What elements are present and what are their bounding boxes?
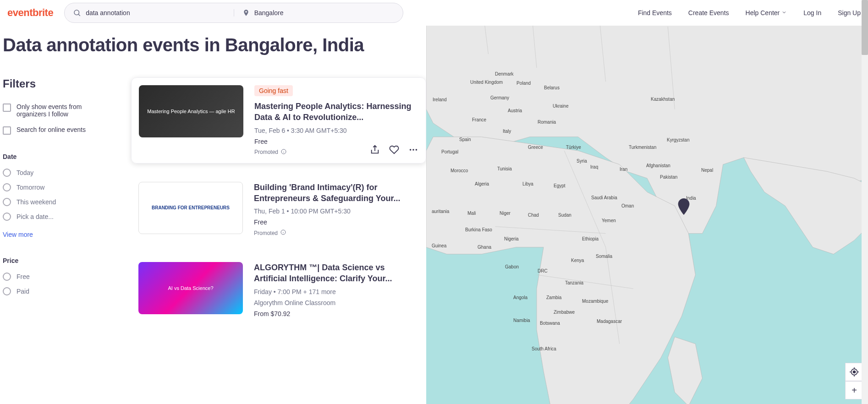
nav-signup[interactable]: Sign Up xyxy=(838,9,861,16)
event-title: Mastering People Analytics: Harnessing D… xyxy=(254,101,418,123)
radio-icon xyxy=(3,287,11,295)
svg-point-14 xyxy=(853,371,856,373)
nav-help-center[interactable]: Help Center xyxy=(746,9,787,16)
event-promoted-label: Promoted xyxy=(254,230,278,236)
search-icon xyxy=(73,9,81,17)
event-card[interactable]: Mastering People Analytics — agile HR Go… xyxy=(131,77,426,164)
radio-icon xyxy=(3,213,11,221)
checkbox-icon xyxy=(3,104,11,112)
event-date: Thu, Feb 1 • 10:00 PM GMT+5:30 xyxy=(254,207,419,215)
locate-button[interactable] xyxy=(845,363,863,381)
event-date: Friday • 7:00 PM + 171 more xyxy=(254,288,419,295)
location-icon xyxy=(242,9,250,16)
events-list: Mastering People Analytics — agile HR Go… xyxy=(131,77,426,339)
svg-point-0 xyxy=(74,10,79,15)
event-card[interactable]: AI vs Data Science? ALGORYTHM ™| Data Sc… xyxy=(131,255,426,328)
filter-date-heading: Date xyxy=(3,153,113,160)
filter-date-weekend[interactable]: This weekend xyxy=(3,198,113,206)
filter-online-events[interactable]: Search for online events xyxy=(3,126,113,135)
event-image: AI vs Data Science? xyxy=(138,262,243,314)
svg-point-6 xyxy=(410,149,412,151)
filters-panel: Filters Only show events from organizers… xyxy=(3,77,113,339)
filter-date-today[interactable]: Today xyxy=(3,169,113,177)
search-location-text: Bangalore xyxy=(254,9,284,16)
event-promoted-label: Promoted xyxy=(254,149,278,155)
nav: Find Events Create Events Help Center Lo… xyxy=(638,9,861,16)
event-card[interactable]: BRANDING FOR ENTREPRENEURS Building 'Bra… xyxy=(131,175,426,244)
filter-date-pick[interactable]: Pick a date... xyxy=(3,213,113,221)
zoom-in-button[interactable]: + xyxy=(845,381,863,399)
map-pin[interactable] xyxy=(677,198,690,217)
status-badge: Going fast xyxy=(254,85,293,96)
checkbox-icon xyxy=(3,126,11,135)
filter-price-free-label: Free xyxy=(16,273,30,280)
nav-create-events[interactable]: Create Events xyxy=(688,9,729,16)
filter-date-today-label: Today xyxy=(16,169,33,176)
filter-organizers-follow-label: Only show events from organizers I follo… xyxy=(16,103,113,118)
svg-point-7 xyxy=(412,149,414,151)
map[interactable]: IrelandUnited KingdomDenmarkPolandGerman… xyxy=(426,26,868,404)
event-title: Building 'Brand Intimacy'(R) for Entrepr… xyxy=(254,182,419,204)
scrollbar-thumb[interactable] xyxy=(862,0,868,55)
card-actions xyxy=(370,145,418,155)
nav-find-events[interactable]: Find Events xyxy=(638,9,672,16)
event-image: Mastering People Analytics — agile HR xyxy=(139,85,243,137)
filter-online-events-label: Search for online events xyxy=(16,126,86,133)
filter-organizers-follow[interactable]: Only show events from organizers I follo… xyxy=(3,103,113,118)
event-price: Free xyxy=(254,218,419,226)
scrollbar[interactable] xyxy=(862,0,868,404)
chevron-down-icon xyxy=(781,9,787,16)
filter-date-pick-label: Pick a date... xyxy=(16,213,54,220)
event-price: Free xyxy=(254,138,418,145)
more-icon[interactable] xyxy=(408,145,418,155)
search-location-section[interactable]: Bangalore xyxy=(234,9,403,16)
share-icon[interactable] xyxy=(370,145,380,155)
filter-price-paid[interactable]: Paid xyxy=(3,287,113,295)
filter-date-tomorrow[interactable]: Tomorrow xyxy=(3,183,113,191)
page-title: Data annotation events in Bangalore, Ind… xyxy=(3,35,426,55)
filter-price-free[interactable]: Free xyxy=(3,273,113,281)
event-image: BRANDING FOR ENTREPRENEURS xyxy=(138,182,243,234)
event-title: ALGORYTHM ™| Data Science vs Artificial … xyxy=(254,262,419,284)
search-query-section[interactable]: data annotation xyxy=(65,9,234,17)
event-date: Tue, Feb 6 • 3:30 AM GMT+5:30 xyxy=(254,127,418,134)
search-query-text: data annotation xyxy=(86,9,130,16)
filter-date-tomorrow-label: Tomorrow xyxy=(16,184,44,191)
view-more-link[interactable]: View more xyxy=(3,231,33,238)
radio-icon xyxy=(3,273,11,281)
search-bar: data annotation Bangalore xyxy=(64,3,403,23)
heart-icon[interactable] xyxy=(389,145,399,155)
radio-icon xyxy=(3,198,11,206)
map-svg xyxy=(426,26,868,404)
event-promoted: Promoted xyxy=(254,229,419,236)
radio-icon xyxy=(3,169,11,177)
info-icon[interactable] xyxy=(281,149,286,156)
event-location: Algorythm Online Classroom xyxy=(254,299,419,306)
logo[interactable]: eventbrite xyxy=(7,7,53,19)
filter-price-heading: Price xyxy=(3,257,113,264)
radio-icon xyxy=(3,183,11,191)
filter-date-weekend-label: This weekend xyxy=(16,198,56,206)
filters-heading: Filters xyxy=(3,77,113,90)
svg-line-1 xyxy=(79,14,80,16)
event-price: From $70.92 xyxy=(254,310,419,317)
filter-price-paid-label: Paid xyxy=(16,288,29,295)
svg-point-8 xyxy=(416,149,418,151)
nav-login[interactable]: Log In xyxy=(803,9,821,16)
nav-help-label: Help Center xyxy=(746,9,780,16)
map-controls: + xyxy=(845,363,863,399)
info-icon[interactable] xyxy=(280,229,286,236)
